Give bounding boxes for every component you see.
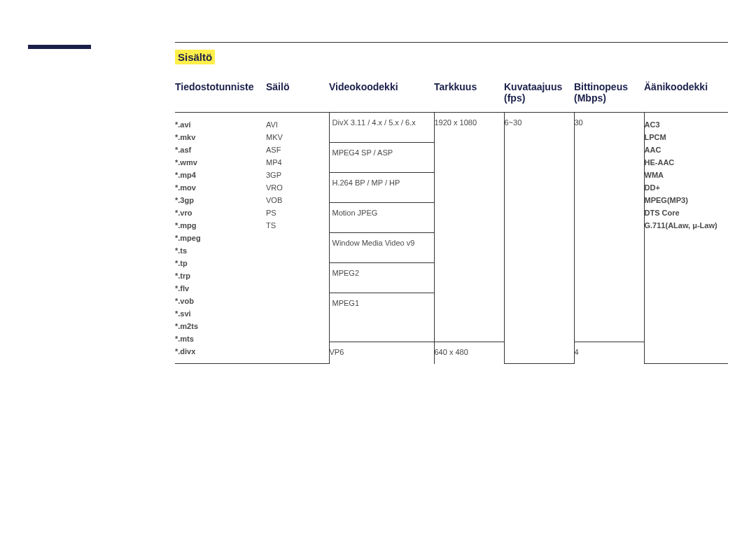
top-rule	[175, 42, 728, 43]
page-content: Sisältö Tiedostotunniste Säilö Videokood…	[0, 0, 756, 392]
vcodec-vp6: VP6	[329, 342, 434, 363]
ext-item: *.mpeg	[175, 232, 260, 244]
ext-item: *.asf	[175, 143, 260, 156]
col-header-fps: Kuvataajuus (fps)	[504, 77, 574, 113]
col-header-ext: Tiedostotunniste	[175, 77, 266, 113]
ext-item: *.mp4	[175, 169, 260, 181]
ext-item: *.mov	[175, 181, 260, 194]
acodec-item: MPEG(MP3)	[645, 194, 723, 206]
vcodec-item: MPEG4 SP / ASP	[330, 143, 434, 173]
acodec-item: AAC	[645, 143, 723, 156]
ext-item: *.divx	[175, 345, 260, 358]
bit-main-cell: 30	[574, 113, 644, 342]
ext-item: *.m2ts	[175, 320, 260, 332]
ext-item: *.vob	[175, 295, 260, 307]
vcodec-main-cell: DivX 3.11 / 4.x / 5.x / 6.x MPEG4 SP / A…	[329, 113, 434, 342]
container-item: TS	[266, 219, 323, 232]
acodec-item: DD+	[645, 181, 723, 194]
ext-item: *.svi	[175, 307, 260, 320]
ext-cell: *.avi *.mkv *.asf *.wmv *.mp4 *.mov *.3g…	[175, 113, 266, 364]
acodec-item: LPCM	[645, 131, 723, 143]
acodec-item: HE-AAC	[645, 156, 723, 169]
container-cell: AVI MKV ASF MP4 3GP VRO VOB PS TS	[266, 113, 329, 364]
ext-item: *.vro	[175, 206, 260, 219]
container-item: ASF	[266, 143, 323, 156]
res-vp6: 640 x 480	[434, 342, 504, 363]
container-list: AVI MKV ASF MP4 3GP VRO VOB PS TS	[266, 118, 323, 232]
accent-bar	[28, 45, 91, 49]
ext-item: *.flv	[175, 282, 260, 295]
ext-item: *.avi	[175, 118, 260, 131]
container-item: VRO	[266, 181, 323, 194]
container-item: AVI	[266, 118, 323, 131]
ext-item: *.ts	[175, 244, 260, 257]
ext-item: *.3gp	[175, 194, 260, 206]
col-header-vcodec: Videokoodekki	[329, 77, 434, 113]
acodec-list: AC3 LPCM AAC HE-AAC WMA DD+ MPEG(MP3) DT…	[645, 118, 723, 232]
vcodec-item: MPEG1	[330, 293, 434, 323]
col-header-container: Säilö	[266, 77, 329, 113]
container-item: MP4	[266, 156, 323, 169]
ext-item: *.tp	[175, 257, 260, 269]
vcodec-item: Motion JPEG	[330, 203, 434, 233]
section-heading: Sisältö	[175, 50, 215, 64]
ext-item: *.mpg	[175, 219, 260, 232]
vcodec-item: Window Media Video v9	[330, 233, 434, 263]
container-item: MKV	[266, 131, 323, 143]
header-row: Tiedostotunniste Säilö Videokoodekki Tar…	[175, 77, 728, 113]
ext-item: *.wmv	[175, 156, 260, 169]
acodec-item: WMA	[645, 169, 723, 181]
ext-item: *.trp	[175, 269, 260, 282]
ext-list: *.avi *.mkv *.asf *.wmv *.mp4 *.mov *.3g…	[175, 118, 260, 358]
acodec-item: AC3	[645, 118, 723, 131]
vcodec-item: H.264 BP / MP / HP	[330, 173, 434, 203]
col-header-acodec: Äänikoodekki	[644, 77, 728, 113]
col-header-res: Tarkkuus	[434, 77, 504, 113]
acodec-cell: AC3 LPCM AAC HE-AAC WMA DD+ MPEG(MP3) DT…	[644, 113, 728, 364]
res-main-cell: 1920 x 1080	[434, 113, 504, 342]
container-item: PS	[266, 206, 323, 219]
vcodec-item: DivX 3.11 / 4.x / 5.x / 6.x	[330, 113, 434, 143]
acodec-item: G.711(ALaw, μ-Law)	[645, 219, 723, 232]
container-item: 3GP	[266, 169, 323, 181]
vcodec-item: MPEG2	[330, 263, 434, 293]
col-header-bitrate: Bittinopeus (Mbps)	[574, 77, 644, 113]
container-item: VOB	[266, 194, 323, 206]
acodec-item: DTS Core	[645, 206, 723, 219]
spec-table: Tiedostotunniste Säilö Videokoodekki Tar…	[175, 77, 728, 364]
bit-vp6: 4	[574, 342, 644, 363]
ext-item: *.mkv	[175, 131, 260, 143]
ext-item: *.mts	[175, 332, 260, 345]
fps-cell: 6~30	[504, 113, 574, 364]
